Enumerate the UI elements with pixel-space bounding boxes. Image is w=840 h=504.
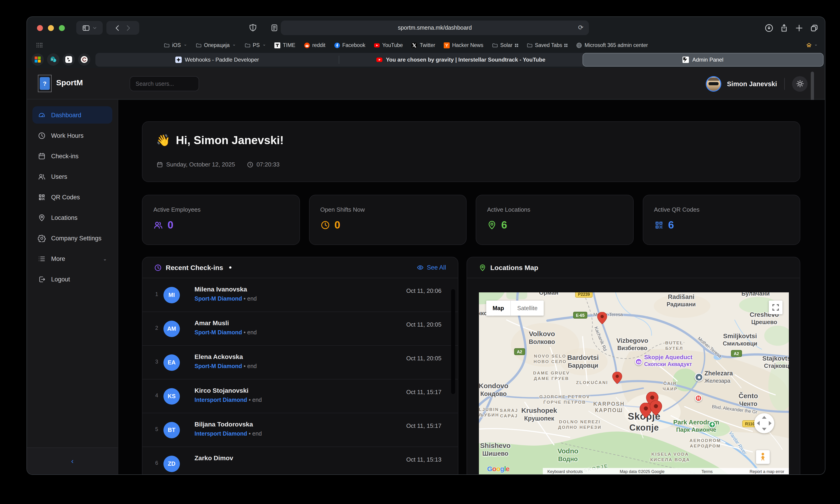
bookmark-операци-а[interactable]: Операција⌄ xyxy=(195,42,236,48)
checkins-scrollbar[interactable] xyxy=(451,289,455,394)
bookmark-facebook[interactable]: Facebook xyxy=(334,42,365,48)
sidebar-item-qr-codes[interactable]: QR Codes xyxy=(32,188,112,206)
tab-overview-icon[interactable] xyxy=(810,23,819,32)
map-type-map-button[interactable]: Map xyxy=(486,301,510,316)
sidebar-item-logout[interactable]: Logout xyxy=(32,270,112,288)
map-fullscreen-button[interactable] xyxy=(769,301,783,314)
sidebar-item-work-hours[interactable]: Work Hours xyxy=(32,127,112,144)
bookmark-twitter[interactable]: Twitter xyxy=(412,42,435,48)
sidebar-item-users[interactable]: Users xyxy=(32,168,112,185)
map-type-satellite-button[interactable]: Satellite xyxy=(510,301,544,316)
checkin-row-biljana-todorovska[interactable]: 5BTBiljana TodorovskaIntersport Diamond … xyxy=(142,413,458,447)
map-label-ljubin: LJUBINЉУБИН xyxy=(479,407,499,418)
user-name[interactable]: Simon Janevski xyxy=(727,80,777,87)
bookmarks-grid-icon[interactable] xyxy=(36,42,42,48)
wave-emoji: 👋 xyxy=(156,133,170,147)
bookmark-hacker-news[interactable]: Hacker News xyxy=(444,42,483,48)
address-bar[interactable]: sportm.smena.mk/dashboard ⟳ xyxy=(281,20,589,35)
poi-hospital-icon[interactable]: H xyxy=(695,395,702,402)
bookmark-solar[interactable]: Solar xyxy=(492,42,518,48)
clock-icon xyxy=(247,161,253,168)
tab-admin-panel[interactable]: Admin Panel xyxy=(583,53,824,67)
map-pin-icon xyxy=(479,264,486,271)
google-map[interactable]: ОрманучковоRadišaniРадишаниБулачаниCresh… xyxy=(479,292,789,474)
app-header: ? SportM Simon Janevski xyxy=(27,68,825,100)
checkins-clock-icon xyxy=(154,264,161,271)
route-badge-a2: A2 xyxy=(514,348,525,355)
map-pan-control[interactable] xyxy=(754,413,774,433)
checkin-row-zarko-dimov[interactable]: 6ZDZarko DimovOct 11, 15:13 xyxy=(142,447,458,474)
sun-icon xyxy=(796,80,804,88)
google-logo: Google xyxy=(487,465,509,472)
checkin-row-amar-musli[interactable]: 2AMAmar MusliSport-M Diamond • endOct 11… xyxy=(142,312,458,346)
location-pin-2[interactable] xyxy=(612,372,622,386)
pinned-tab-paddle[interactable] xyxy=(63,53,75,66)
tab-you-are-chosen-by-gravity-inte[interactable]: You are chosen by gravity | Interstellar… xyxy=(339,53,583,67)
location-pin-1[interactable] xyxy=(597,312,607,326)
sidebar-item-company-settings[interactable]: Company Settings xyxy=(32,230,112,247)
broken-image-icon: ? xyxy=(40,77,50,90)
stat-card-active-employees: Active Employees0 xyxy=(142,195,300,245)
stat-card-active-locations: Active Locations6 xyxy=(476,195,633,245)
search-input[interactable] xyxy=(130,76,199,91)
stats-grid: Active Employees0Open Shifts Now0Active … xyxy=(142,195,800,245)
checkin-row-kirco-stojanovski[interactable]: 4KSKirco StojanovskiIntersport Diamond •… xyxy=(142,379,458,413)
locations-map-card: Locations Map xyxy=(466,257,800,474)
map-label-karposh: KARPOSHКАРПОШ xyxy=(593,401,624,414)
tab-webhooks-paddle-developer[interactable]: Webhooks - Paddle Developer xyxy=(96,53,339,67)
attribution-map-data-2025-google[interactable]: Map data ©2025 Google xyxy=(620,469,665,474)
bookmark-home[interactable]: ⌄ xyxy=(806,42,818,48)
bookmark-ps[interactable]: PS⌄ xyxy=(244,42,266,48)
recent-checkins-card: Recent Check-ins See All 1MIMilena Ivano… xyxy=(142,257,458,474)
forward-button[interactable] xyxy=(124,24,132,32)
attribution-terms[interactable]: Terms xyxy=(701,469,713,474)
reload-icon[interactable]: ⟳ xyxy=(578,24,583,31)
close-window-button[interactable] xyxy=(37,25,43,31)
see-all-link[interactable]: See All xyxy=(417,264,446,271)
location-pin-5[interactable] xyxy=(650,401,663,418)
poi-camera-icon[interactable] xyxy=(635,358,642,365)
bookmark-ios[interactable]: iOS⌄ xyxy=(164,42,187,48)
map-label-bardovtsi: BardovtsiБардовци xyxy=(567,354,599,370)
attribution-keyboard-shortcuts[interactable]: Keyboard shortcuts xyxy=(547,469,583,474)
pinned-tab-claude[interactable] xyxy=(78,53,90,66)
bookmark-youtube[interactable]: YouTube xyxy=(374,42,403,48)
stat-card-active-qr-codes: Active QR Codes6 xyxy=(642,195,800,245)
browser-window: sportm.smena.mk/dashboard ⟳ iOS⌄Операциј… xyxy=(27,17,825,474)
pinned-tab-sharepoint[interactable]: S xyxy=(47,53,59,66)
brand-title: SportM xyxy=(56,78,83,88)
bookmark-saved-tabs[interactable]: Saved Tabs xyxy=(527,42,568,48)
new-tab-icon[interactable] xyxy=(795,23,804,32)
reader-view-icon[interactable] xyxy=(270,24,278,32)
maximize-window-button[interactable] xyxy=(59,25,65,31)
theme-toggle-button[interactable] xyxy=(792,76,808,91)
downloads-icon[interactable] xyxy=(765,23,773,32)
sidebar-item-more[interactable]: More⌄ xyxy=(32,250,112,267)
bookmark-microsoft-365-admin-center[interactable]: Microsoft 365 admin center xyxy=(576,42,648,48)
user-avatar[interactable] xyxy=(706,76,722,91)
map-label-smiljkovtsi: SmiljkovtsiСмиљковци xyxy=(723,332,757,347)
sidebar-item-check-ins[interactable]: Check-ins xyxy=(32,147,112,165)
browser-toolbar: sportm.smena.mk/dashboard ⟳ xyxy=(27,17,825,39)
back-button[interactable] xyxy=(114,24,121,32)
sidebar-collapse-button[interactable]: ‹ xyxy=(27,447,118,474)
poi-tree-icon[interactable] xyxy=(708,421,716,428)
minimize-window-button[interactable] xyxy=(48,25,54,31)
sidebar-item-locations[interactable]: Locations xyxy=(32,209,112,226)
live-dot xyxy=(229,266,232,269)
share-icon[interactable] xyxy=(780,23,788,32)
attribution-report-a-map-error[interactable]: Report a map error xyxy=(750,469,784,474)
poi-dot-icon[interactable] xyxy=(695,373,703,381)
checkin-row-elena-ackovska[interactable]: 3EAElena AckovskaSport-M Diamond • endOc… xyxy=(142,346,458,379)
sidebar-item-dashboard[interactable]: Dashboard xyxy=(32,106,112,124)
chevron-down-icon xyxy=(93,24,97,32)
bookmark-reddit[interactable]: reddit xyxy=(304,42,326,48)
pegman-control[interactable] xyxy=(756,450,770,464)
pinned-tab-microsoft[interactable] xyxy=(32,53,44,66)
nav-buttons xyxy=(106,21,139,35)
checkin-row-milena-ivanovska[interactable]: 1MIMilena IvanovskaSport-M Diamond • end… xyxy=(142,278,458,312)
bookmark-time[interactable]: TIME xyxy=(275,42,295,48)
privacy-shield-icon[interactable] xyxy=(249,24,257,32)
sidebar-toggle-button[interactable] xyxy=(76,21,103,35)
map-label-vizbegovo: VizbegovoВизбегово xyxy=(616,337,648,352)
